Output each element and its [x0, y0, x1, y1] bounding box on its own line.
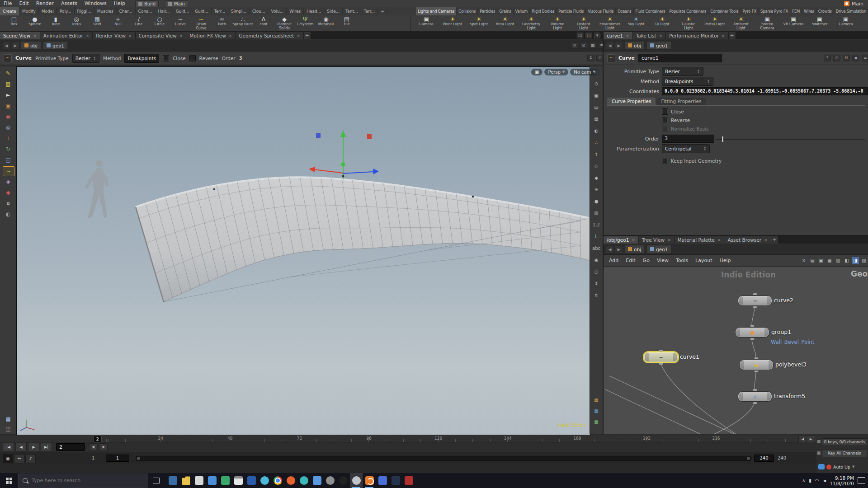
node-output-connector[interactable] [753, 402, 757, 404]
taskbar-app-11[interactable] [389, 473, 402, 488]
close-checkbox[interactable] [662, 108, 668, 115]
close-tab-icon[interactable]: × [179, 32, 183, 39]
tab-animation-editor[interactable]: Animation Editor× [40, 32, 93, 39]
tab-asset-browser[interactable]: Asset Browser× [724, 236, 770, 244]
back-button[interactable]: ◀ [606, 42, 613, 49]
memory-grid-icon[interactable]: ▦ [592, 407, 601, 415]
taskbar-app-4[interactable] [219, 473, 231, 488]
node-output-connector[interactable] [750, 338, 755, 340]
shelf-tool-point-light[interactable]: ☀Point Light [442, 16, 463, 31]
tab-tree-view[interactable]: Tree View× [639, 236, 674, 244]
primitive-type-dropdown[interactable]: Bezier ↕ [72, 54, 99, 63]
gizmo-plane-handle-red[interactable] [367, 134, 372, 139]
shelf-tool-switcher[interactable]: ▣Switcher [809, 16, 830, 31]
order-field[interactable]: 3 [662, 135, 714, 143]
objects-icon[interactable]: ◐ [592, 127, 601, 135]
path-item-geo1[interactable]: geo1 [646, 245, 671, 253]
grid-icon[interactable]: ▦ [589, 42, 596, 49]
cache-grid-icon[interactable]: ▦ [592, 396, 601, 404]
close-tab-icon[interactable]: × [764, 236, 768, 244]
netmenu-help[interactable]: Help [716, 258, 735, 263]
shelf-tab-cons[interactable]: Cons... [136, 7, 156, 15]
tray-wifi-icon[interactable]: ◠ [815, 478, 819, 483]
node-output-connector[interactable] [753, 306, 757, 308]
tray-volume-icon[interactable]: ◄ [822, 478, 826, 483]
close-tab-icon[interactable]: × [626, 32, 629, 39]
shelf-tool-null[interactable]: +Null [108, 16, 128, 31]
range-handle-left[interactable] [137, 457, 140, 460]
shelf-tool-file[interactable]: ▤File [336, 16, 357, 31]
pane-divider[interactable] [603, 32, 604, 434]
network-editor-canvas[interactable]: Indie Edition Geome ~curve2●group1Wall_B… [604, 267, 868, 434]
go-end-button[interactable]: ▶| [41, 443, 52, 451]
auto-update-selector[interactable]: Auto Up [833, 465, 850, 469]
playhead[interactable]: 2 [93, 436, 102, 442]
close-checkbox[interactable] [163, 55, 169, 61]
wireframe-icon[interactable]: ◇ [592, 162, 601, 170]
shelf-tab-simpl[interactable]: Simpl... [228, 7, 250, 15]
taskbar-app-7[interactable] [297, 473, 310, 488]
node-input-connector[interactable] [750, 325, 755, 327]
shelf-tab-oceans[interactable]: Oceans [616, 7, 633, 15]
shelf-tool-grid[interactable]: ▦Grid [87, 16, 108, 31]
shelf-tool-ambient-light[interactable]: ☀Ambient Light [731, 16, 751, 31]
range-end-field[interactable]: 240 [754, 455, 774, 462]
range-start-field[interactable]: 1 [106, 455, 129, 462]
taskbar-app-8[interactable] [311, 473, 323, 488]
shelf-tab-terr[interactable]: Terr... [212, 7, 229, 15]
order-value[interactable]: 3 [239, 55, 242, 61]
shelf-tab-wires[interactable]: Wires [802, 7, 816, 15]
keep-input-geometry-checkbox[interactable] [662, 158, 668, 164]
taskbar-app-1[interactable] [166, 473, 179, 488]
shelf-tool-curve[interactable]: ~Curve [170, 16, 191, 31]
current-frame-field[interactable]: 2 [56, 443, 85, 451]
shelf-tab-rigid-bodies[interactable]: Rigid Bodies [530, 7, 557, 15]
method-dropdown[interactable]: Breakpoints ↕ [662, 77, 713, 86]
shelf-tab-tent[interactable]: Tent... [343, 7, 361, 15]
tab-scene-view[interactable]: Scene View× [0, 32, 40, 39]
new-tab-button[interactable]: + [304, 32, 311, 39]
sculpt-icon[interactable]: ▧ [3, 80, 14, 89]
taskbar-search[interactable] [18, 474, 148, 488]
selection-lock-icon[interactable]: ▣ [3, 101, 14, 110]
shelf-tab-drive-simulation[interactable]: Drive Simulation [834, 7, 868, 15]
shelf-tab-guid[interactable]: Guid... [173, 7, 192, 15]
columns-icon[interactable]: ▥ [835, 257, 842, 264]
go-start-button[interactable]: |◀ [3, 443, 14, 451]
shelf-tool-camera[interactable]: ▣Camera [416, 16, 437, 31]
taskbar-app-houdini[interactable] [363, 473, 376, 488]
shelf-tab-pyro-fx[interactable]: Pyro FX [741, 7, 759, 15]
search-input[interactable] [31, 477, 123, 484]
lasso-icon[interactable]: ◉ [3, 112, 14, 121]
desktop-selector[interactable]: Build [135, 0, 159, 7]
shelf-tab-riggi[interactable]: Riggi... [75, 7, 94, 15]
close-tab-icon[interactable]: × [667, 236, 671, 244]
message-icon[interactable] [818, 464, 825, 469]
shelf-tool-volume-light[interactable]: ☀Volume Light [547, 16, 568, 31]
taskbar-app-chrome[interactable] [271, 473, 284, 488]
realtime-toggle-icon[interactable]: ◉ [3, 454, 13, 463]
close-tab-icon[interactable]: × [632, 236, 635, 244]
shelf-tab-muscles[interactable]: Muscles [94, 7, 117, 15]
tray-chevron-up-icon[interactable]: ∧ [802, 478, 805, 483]
netmenu-layout[interactable]: Layout [692, 258, 716, 263]
scale-tool-icon[interactable]: ◱ [3, 155, 14, 164]
brush-icon[interactable]: ✎ [3, 69, 14, 78]
sort-icon[interactable]: ↕ [587, 55, 594, 61]
node-input-connector[interactable] [755, 357, 759, 359]
text-overlay-icon[interactable]: abc [592, 244, 601, 253]
node-output-connector[interactable] [659, 363, 663, 365]
taskbar-app-brave[interactable] [284, 473, 297, 488]
render-region-icon[interactable]: ◐ [3, 210, 14, 219]
view-tool-icon[interactable]: ◎ [3, 123, 14, 132]
perf-grid-icon[interactable]: ▦ [592, 418, 601, 426]
shelf-tab-model[interactable]: Model [39, 7, 57, 15]
shelf-tool-l-system[interactable]: ΨL-System [295, 16, 316, 31]
path-item-geo1[interactable]: geo1 [646, 41, 671, 50]
shelf-tab-clou[interactable]: Clou... [250, 7, 269, 15]
shelf-tab-guid[interactable]: Guid... [192, 7, 211, 15]
tab-curve-properties[interactable]: Curve Properties [607, 98, 656, 105]
image-icon[interactable]: ▣ [817, 257, 825, 264]
node-output-connector[interactable] [755, 371, 759, 372]
close-tab-icon[interactable]: × [722, 32, 725, 39]
